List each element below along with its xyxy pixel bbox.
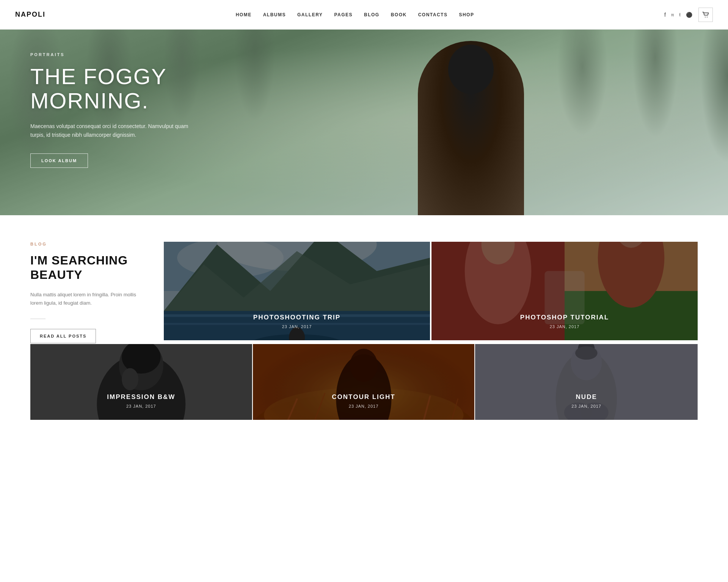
pinterest-icon[interactable]: 𝔫 [671, 11, 674, 18]
social-icons: f 𝔫 𝔱 ⚫ [664, 11, 692, 18]
look-album-button[interactable]: LOOK ALBUM [30, 153, 88, 168]
hero-content: PORTRAITS THE FOGGY MORNING. Maecenas vo… [0, 30, 235, 191]
nav-shop[interactable]: SHOP [459, 12, 474, 17]
post-card-impression-bw[interactable]: IMPRESSION B&W 23 JAN, 2017 [30, 344, 252, 420]
blog-layout: BLOG I'M SEARCHING BEAUTY Nulla mattis a… [30, 242, 698, 343]
post-card-photoshooting-trip[interactable]: PHOTOSHOOTING TRIP 23 JAN, 2017 [164, 242, 430, 340]
post-card-overlay-5: NUDE 23 JAN, 2017 [475, 344, 698, 420]
nav-albums[interactable]: ALBUMS [263, 12, 286, 17]
hero-figure [418, 41, 524, 215]
blog-intro: BLOG I'M SEARCHING BEAUTY Nulla mattis a… [30, 242, 164, 343]
hero-title: THE FOGGY MORNING. [30, 64, 205, 113]
site-header: NAPOLI HOME ALBUMS GALLERY PAGES BLOG BO… [0, 0, 728, 30]
hero-section: PORTRAITS THE FOGGY MORNING. Maecenas vo… [0, 30, 728, 215]
post-title-4: CONTOUR LIGHT [332, 393, 395, 401]
blog-heading: I'M SEARCHING BEAUTY [30, 253, 149, 282]
blog-section: BLOG I'M SEARCHING BEAUTY Nulla mattis a… [0, 215, 728, 443]
dribbble-icon[interactable]: ⚫ [686, 12, 692, 18]
nav-gallery[interactable]: GALLERY [297, 12, 323, 17]
header-right: f 𝔫 𝔱 ⚫ [664, 8, 713, 22]
section-label: BLOG [30, 242, 149, 246]
blog-bottom-row: IMPRESSION B&W 23 JAN, 2017 [30, 344, 698, 420]
nav-pages[interactable]: PAGES [334, 12, 353, 17]
post-card-overlay-2: PHOTOSHOP TUTORIAL 23 JAN, 2017 [431, 242, 698, 340]
post-card-overlay-4: CONTOUR LIGHT 23 JAN, 2017 [253, 344, 475, 420]
post-card-contour-light[interactable]: CONTOUR LIGHT 23 JAN, 2017 [253, 344, 475, 420]
post-date-5: 23 JAN, 2017 [571, 404, 601, 408]
post-title-2: PHOTOSHOP TUTORIAL [520, 314, 609, 321]
cart-button[interactable] [698, 8, 713, 22]
site-logo[interactable]: NAPOLI [15, 11, 46, 19]
nav-contacts[interactable]: CONTACTS [418, 12, 448, 17]
divider [30, 319, 46, 319]
twitter-icon[interactable]: 𝔱 [679, 11, 681, 18]
post-card-overlay-3: IMPRESSION B&W 23 JAN, 2017 [30, 344, 252, 420]
post-date-4: 23 JAN, 2017 [349, 404, 379, 408]
hero-description: Maecenas volutpat consequat orci id cons… [30, 122, 197, 140]
read-all-posts-button[interactable]: READ ALL POSTS [30, 329, 96, 343]
nav-blog[interactable]: BLOG [364, 12, 380, 17]
main-nav: HOME ALBUMS GALLERY PAGES BLOG BOOK CONT… [236, 12, 474, 17]
post-card-image-3: IMPRESSION B&W 23 JAN, 2017 [30, 344, 252, 420]
svg-point-1 [707, 17, 708, 17]
post-card-overlay-1: PHOTOSHOOTING TRIP 23 JAN, 2017 [164, 242, 430, 340]
post-card-image-2: PHOTOSHOP TUTORIAL 23 JAN, 2017 [431, 242, 698, 340]
post-date-3: 23 JAN, 2017 [126, 404, 156, 408]
post-title-1: PHOTOSHOOTING TRIP [253, 314, 340, 321]
post-date-2: 23 JAN, 2017 [550, 324, 580, 329]
nav-home[interactable]: HOME [236, 12, 252, 17]
post-card-nude[interactable]: NUDE 23 JAN, 2017 [475, 344, 698, 420]
blog-description: Nulla mattis aliquet lorem in fringilla.… [30, 291, 149, 307]
hero-category: PORTRAITS [30, 52, 205, 57]
post-title-3: IMPRESSION B&W [107, 393, 175, 401]
post-card-image-4: CONTOUR LIGHT 23 JAN, 2017 [253, 344, 475, 420]
svg-point-0 [705, 17, 706, 17]
post-card-photoshop-tutorial[interactable]: PHOTOSHOP TUTORIAL 23 JAN, 2017 [431, 242, 698, 340]
facebook-icon[interactable]: f [664, 12, 666, 18]
post-card-image-5: NUDE 23 JAN, 2017 [475, 344, 698, 420]
post-card-image-1: PHOTOSHOOTING TRIP 23 JAN, 2017 [164, 242, 430, 340]
post-title-5: NUDE [576, 393, 597, 401]
post-date-1: 23 JAN, 2017 [282, 324, 312, 329]
nav-book[interactable]: BOOK [391, 12, 407, 17]
